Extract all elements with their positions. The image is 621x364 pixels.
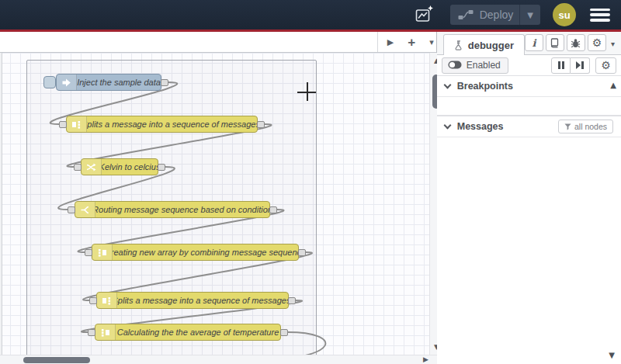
output-port[interactable] — [298, 249, 306, 256]
join-icon — [95, 324, 116, 340]
chevron-down-icon — [443, 81, 451, 88]
gear-icon: ⚙ — [592, 37, 602, 48]
split-icon — [67, 116, 87, 132]
node-label: Kelvin to celcius — [102, 159, 158, 175]
output-port[interactable] — [257, 121, 265, 128]
input-port[interactable] — [68, 206, 75, 213]
debug-sidebar: debugger i — [437, 32, 621, 364]
input-port[interactable] — [85, 249, 92, 256]
flow-node-join[interactable]: Calculating the the average of temperatu… — [95, 324, 281, 341]
main-menu-icon[interactable] — [590, 9, 610, 22]
split-icon — [97, 293, 117, 308]
breakpoints-list — [437, 97, 621, 116]
bug-icon — [571, 38, 581, 48]
flow-node-change[interactable]: Kelvin to celcius — [81, 158, 158, 175]
canvas-left-edge — [0, 53, 2, 355]
input-port[interactable] — [88, 329, 95, 336]
workspace: ▶ + ▾ Inject the sample dataSplits a mes… — [0, 32, 621, 364]
debugger-enabled-toggle[interactable]: Enabled — [442, 57, 508, 74]
flow-node-split[interactable]: Splits a message into a sequence of mess… — [96, 292, 289, 309]
info-tab-button[interactable]: i — [525, 34, 543, 51]
node-label: Routing message sequence based on condit… — [95, 202, 269, 217]
tab-debugger-label: debugger — [468, 40, 514, 51]
flask-icon — [454, 40, 463, 50]
horizontal-scroll-thumb[interactable] — [23, 357, 90, 363]
sidebar-scroll-down-icon[interactable]: ▼ — [609, 351, 615, 359]
flow-node-inject[interactable]: Inject the sample data — [56, 74, 161, 91]
output-port[interactable] — [269, 206, 277, 213]
sidebar-tabs: debugger i — [437, 32, 621, 55]
flow-tabstrip: ▶ + ▾ — [0, 32, 436, 53]
help-tab-button[interactable] — [546, 34, 564, 51]
messages-section-header[interactable]: Messages all nodes — [437, 116, 621, 137]
scroll-right-icon[interactable]: ▶ — [423, 355, 428, 363]
flow-list-button[interactable]: ▾ — [429, 38, 434, 47]
book-icon — [550, 38, 560, 48]
tab-debugger[interactable]: debugger — [443, 34, 525, 55]
sidebar-tab-overflow-icon[interactable]: ▾ — [611, 40, 615, 48]
node-label: Splits a message into a sequence of mess… — [117, 293, 288, 308]
header-bar: Deploy ▼ su — [0, 0, 621, 29]
deploy-nodes-icon — [458, 9, 474, 20]
assistant-flow-icon[interactable] — [411, 3, 438, 26]
filter-label: all nodes — [574, 122, 607, 131]
next-tab-button[interactable]: ▶ — [387, 38, 394, 47]
step-button[interactable] — [571, 57, 590, 74]
toggle-on-icon — [448, 61, 462, 69]
step-icon — [576, 61, 584, 69]
breakpoints-label: Breakpoints — [457, 81, 513, 92]
canvas-pane: ▶ + ▾ Inject the sample dataSplits a mes… — [0, 32, 437, 364]
messages-label: Messages — [457, 121, 504, 132]
node-label: Creating new array by combining message … — [113, 244, 298, 260]
flow-node-switch[interactable]: Routing message sequence based on condit… — [75, 201, 270, 218]
inject-trigger-button[interactable] — [43, 76, 56, 88]
node-label: Splits a message into a sequence of mess… — [87, 116, 257, 132]
deploy-button[interactable]: Deploy ▼ — [450, 5, 540, 25]
output-port[interactable] — [280, 329, 288, 336]
node-label: Calculating the the average of temperatu… — [116, 324, 280, 340]
messages-list — [437, 137, 621, 364]
output-port[interactable] — [158, 164, 165, 171]
input-port[interactable] — [89, 297, 97, 304]
node-label: Inject the sample data — [77, 75, 161, 90]
add-flow-button[interactable]: + — [408, 36, 415, 49]
pause-icon — [558, 61, 560, 69]
sidebar-scroll-up-icon[interactable]: ▲ — [610, 81, 616, 89]
output-port[interactable] — [161, 79, 168, 86]
node-red-app: Deploy ▼ su ▶ + ▾ Inject the sample data… — [0, 0, 621, 364]
debugger-settings-button[interactable]: ⚙ — [595, 57, 616, 74]
filter-funnel-icon — [564, 123, 571, 130]
input-port[interactable] — [74, 164, 82, 171]
output-port[interactable] — [288, 297, 296, 304]
flow-canvas[interactable]: Inject the sample dataSplits a message i… — [0, 53, 442, 355]
crosshair-cursor — [297, 82, 316, 101]
debug-tab-button[interactable] — [567, 34, 585, 51]
inject-arrow-icon — [57, 75, 77, 90]
gear-icon: ⚙ — [601, 60, 611, 71]
deploy-label: Deploy — [480, 9, 514, 21]
shuffle-icon — [82, 159, 102, 175]
user-avatar[interactable]: su — [553, 3, 576, 26]
breakpoints-section-header[interactable]: Breakpoints ▲ — [437, 76, 621, 97]
debugger-toolbar: Enabled ⚙ — [437, 55, 621, 76]
deploy-options-caret[interactable]: ▼ — [519, 5, 540, 25]
flow-node-join[interactable]: Creating new array by combining message … — [92, 244, 299, 261]
input-port[interactable] — [59, 121, 67, 128]
pause-button[interactable] — [551, 57, 571, 74]
info-icon: i — [532, 37, 536, 49]
chevron-down-icon — [443, 121, 451, 129]
canvas-horizontal-scrollbar[interactable]: ▶ — [0, 355, 442, 364]
message-filter-button[interactable]: all nodes — [558, 120, 613, 133]
enabled-label: Enabled — [467, 60, 501, 71]
join-icon — [92, 244, 113, 260]
fork-icon — [75, 202, 95, 217]
flow-node-split[interactable]: Splits a message into a sequence of mess… — [66, 116, 258, 133]
config-tab-button[interactable]: ⚙ — [588, 34, 606, 51]
